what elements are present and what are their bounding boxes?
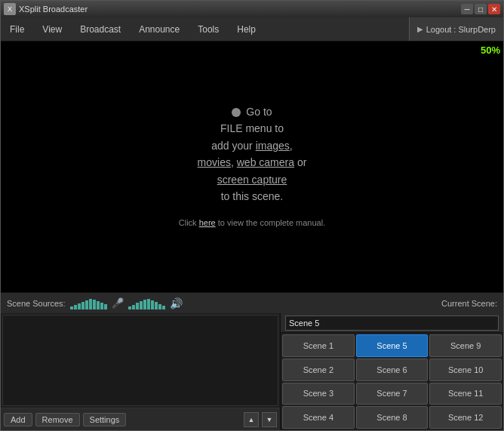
scene-sources-list (2, 315, 278, 406)
app-icon: X (4, 3, 16, 15)
scene-button-7[interactable]: Scene 7 (356, 383, 429, 405)
title-bar-controls: ─ □ ✕ (461, 4, 500, 14)
scene-button-2[interactable]: Scene 2 (282, 359, 355, 381)
add-button[interactable]: Add (4, 413, 32, 426)
maximize-button[interactable]: □ (475, 4, 487, 14)
settings-button[interactable]: Settings (83, 413, 127, 426)
preview-text: Go to FILE menu to add your images, movi… (179, 103, 325, 230)
scene-button-1[interactable]: Scene 1 (282, 334, 355, 357)
current-scene-label: Current Scene: (441, 299, 497, 308)
menu-broadcast[interactable]: Broadcast (71, 17, 130, 41)
play-icon: ▶ (417, 25, 423, 33)
scene-button-11[interactable]: Scene 11 (429, 383, 502, 405)
percent-badge: 50% (481, 45, 500, 56)
scene-button-4[interactable]: Scene 4 (282, 406, 355, 429)
circle-icon (232, 108, 241, 117)
close-button[interactable]: ✕ (488, 4, 500, 14)
scene-button-8[interactable]: Scene 8 (356, 406, 429, 429)
manual-text: Click here to view the complete manual. (179, 217, 325, 230)
scene-button-3[interactable]: Scene 3 (282, 383, 355, 405)
menu-announce[interactable]: Announce (130, 17, 189, 41)
scene-button-9[interactable]: Scene 9 (429, 334, 502, 357)
scene-grid-area: Scene 5 Scene 1Scene 5Scene 9Scene 2Scen… (281, 313, 503, 430)
mic-icon: 🎤 (112, 297, 124, 309)
logout-button[interactable]: ▶ Logout : SlurpDerp (409, 17, 503, 41)
main-bottom: Add Remove Settings ▲ ▼ Scene 5 Scene 1S… (1, 313, 503, 430)
audio-bars-left (70, 297, 107, 309)
remove-button[interactable]: Remove (35, 413, 80, 426)
scroll-up-button[interactable]: ▲ (244, 412, 259, 427)
scene-button-12[interactable]: Scene 12 (429, 406, 502, 429)
manual-link[interactable]: here (199, 218, 216, 227)
logout-label: Logout : SlurpDerp (426, 25, 496, 34)
scene-button-6[interactable]: Scene 6 (356, 359, 429, 381)
title-bar-text: XSplit Broadcaster (19, 5, 461, 14)
current-scene-name: Scene 5 (285, 316, 499, 331)
title-bar: X XSplit Broadcaster ─ □ ✕ (1, 1, 503, 17)
scene-button-5[interactable]: Scene 5 (356, 334, 429, 357)
scene-sources-label: Scene Sources: (7, 299, 66, 308)
scene-button-10[interactable]: Scene 10 (429, 359, 502, 381)
scene-sources-toolbar: Add Remove Settings ▲ ▼ (1, 408, 280, 430)
menu-tools[interactable]: Tools (189, 17, 228, 41)
audio-bar: Scene Sources: 🎤 (1, 292, 503, 313)
audio-bars-right (128, 297, 165, 309)
speaker-icon: 🔊 (170, 297, 183, 309)
minimize-button[interactable]: ─ (461, 4, 473, 14)
scene-sources-panel: Add Remove Settings ▲ ▼ (1, 313, 281, 430)
current-scene-display: Scene 5 (281, 313, 503, 333)
scene-grid: Scene 1Scene 5Scene 9Scene 2Scene 6Scene… (281, 333, 503, 430)
menu-file[interactable]: File (1, 17, 33, 41)
bottom-area: Scene Sources: 🎤 (1, 292, 503, 430)
menu-bar: File View Broadcast Announce Tools Help … (1, 17, 503, 42)
preview-area: 50% Go to FILE menu to add your images, … (1, 42, 503, 292)
app-window: X XSplit Broadcaster ─ □ ✕ File View Bro… (0, 0, 504, 431)
scroll-down-button[interactable]: ▼ (262, 412, 277, 427)
menu-help[interactable]: Help (228, 17, 265, 41)
menu-view[interactable]: View (33, 17, 71, 41)
